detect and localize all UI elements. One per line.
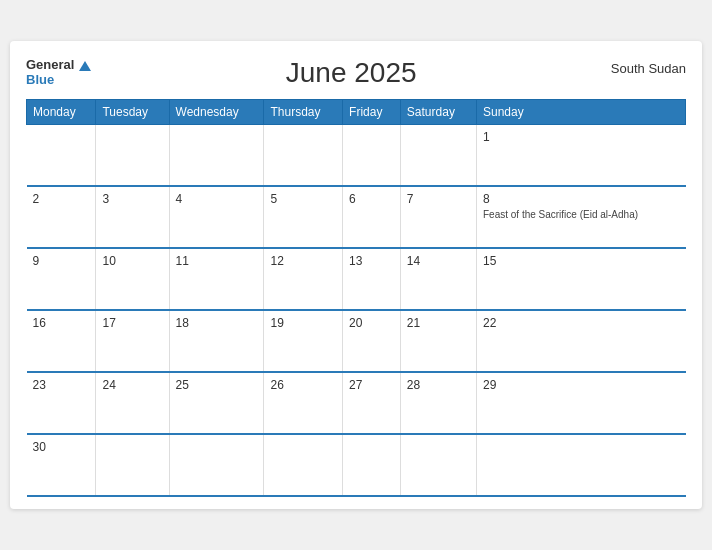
calendar-week-row: 23242526272829: [27, 372, 686, 434]
calendar-cell: 16: [27, 310, 96, 372]
header-friday: Friday: [343, 99, 401, 124]
logo: General Blue: [26, 57, 91, 88]
event-text: Feast of the Sacrifice (Eid al-Adha): [483, 208, 680, 221]
calendar-cell: 2: [27, 186, 96, 248]
calendar-week-row: 2345678Feast of the Sacrifice (Eid al-Ad…: [27, 186, 686, 248]
calendar-table: Monday Tuesday Wednesday Thursday Friday…: [26, 99, 686, 498]
day-number: 12: [270, 254, 336, 268]
calendar-cell: 27: [343, 372, 401, 434]
day-number: 30: [33, 440, 90, 454]
calendar-week-row: 16171819202122: [27, 310, 686, 372]
calendar-cell: 26: [264, 372, 343, 434]
calendar-week-row: 30: [27, 434, 686, 496]
day-number: 6: [349, 192, 394, 206]
day-number: 18: [176, 316, 258, 330]
calendar-cell: 21: [400, 310, 476, 372]
calendar-cell: [476, 434, 685, 496]
calendar-cell: 8Feast of the Sacrifice (Eid al-Adha): [476, 186, 685, 248]
calendar-cell: 30: [27, 434, 96, 496]
calendar-cell: 9: [27, 248, 96, 310]
calendar-cell: 29: [476, 372, 685, 434]
calendar-cell: [96, 124, 169, 186]
header-monday: Monday: [27, 99, 96, 124]
calendar-cell: [264, 124, 343, 186]
calendar-cell: 20: [343, 310, 401, 372]
day-number: 24: [102, 378, 162, 392]
day-number: 2: [33, 192, 90, 206]
calendar-cell: 17: [96, 310, 169, 372]
calendar-cell: 13: [343, 248, 401, 310]
day-number: 1: [483, 130, 680, 144]
header-wednesday: Wednesday: [169, 99, 264, 124]
day-number: 14: [407, 254, 470, 268]
calendar-cell: 23: [27, 372, 96, 434]
day-number: 26: [270, 378, 336, 392]
calendar-cell: 1: [476, 124, 685, 186]
calendar-cell: 22: [476, 310, 685, 372]
day-number: 22: [483, 316, 680, 330]
logo-general-text: General: [26, 57, 74, 72]
calendar-cell: 11: [169, 248, 264, 310]
calendar-cell: 4: [169, 186, 264, 248]
weekday-header-row: Monday Tuesday Wednesday Thursday Friday…: [27, 99, 686, 124]
calendar-cell: 6: [343, 186, 401, 248]
header-saturday: Saturday: [400, 99, 476, 124]
day-number: 8: [483, 192, 680, 206]
day-number: 11: [176, 254, 258, 268]
day-number: 29: [483, 378, 680, 392]
calendar-cell: 28: [400, 372, 476, 434]
calendar-cell: [169, 124, 264, 186]
calendar-cell: [343, 124, 401, 186]
day-number: 21: [407, 316, 470, 330]
calendar-cell: 3: [96, 186, 169, 248]
day-number: 23: [33, 378, 90, 392]
calendar-cell: 19: [264, 310, 343, 372]
calendar-cell: 10: [96, 248, 169, 310]
calendar-cell: [96, 434, 169, 496]
calendar-header: General Blue June 2025 South Sudan: [26, 57, 686, 89]
header-thursday: Thursday: [264, 99, 343, 124]
calendar-cell: 18: [169, 310, 264, 372]
calendar-cell: [264, 434, 343, 496]
logo-blue-text: Blue: [26, 72, 91, 88]
day-number: 3: [102, 192, 162, 206]
calendar-cell: 14: [400, 248, 476, 310]
day-number: 19: [270, 316, 336, 330]
calendar-cell: 25: [169, 372, 264, 434]
header-tuesday: Tuesday: [96, 99, 169, 124]
calendar-cell: 24: [96, 372, 169, 434]
day-number: 17: [102, 316, 162, 330]
day-number: 27: [349, 378, 394, 392]
calendar-week-row: 1: [27, 124, 686, 186]
day-number: 15: [483, 254, 680, 268]
day-number: 28: [407, 378, 470, 392]
calendar-cell: 5: [264, 186, 343, 248]
day-number: 20: [349, 316, 394, 330]
calendar-cell: [343, 434, 401, 496]
calendar-container: General Blue June 2025 South Sudan Monda…: [10, 41, 702, 510]
calendar-cell: 7: [400, 186, 476, 248]
country-label: South Sudan: [611, 57, 686, 76]
calendar-title: June 2025: [91, 57, 610, 89]
day-number: 16: [33, 316, 90, 330]
header-sunday: Sunday: [476, 99, 685, 124]
day-number: 9: [33, 254, 90, 268]
calendar-cell: [400, 434, 476, 496]
logo-triangle-icon: [79, 61, 91, 71]
calendar-week-row: 9101112131415: [27, 248, 686, 310]
day-number: 25: [176, 378, 258, 392]
calendar-cell: [169, 434, 264, 496]
day-number: 5: [270, 192, 336, 206]
calendar-cell: [400, 124, 476, 186]
calendar-cell: 15: [476, 248, 685, 310]
day-number: 4: [176, 192, 258, 206]
calendar-cell: 12: [264, 248, 343, 310]
day-number: 7: [407, 192, 470, 206]
day-number: 10: [102, 254, 162, 268]
day-number: 13: [349, 254, 394, 268]
calendar-cell: [27, 124, 96, 186]
